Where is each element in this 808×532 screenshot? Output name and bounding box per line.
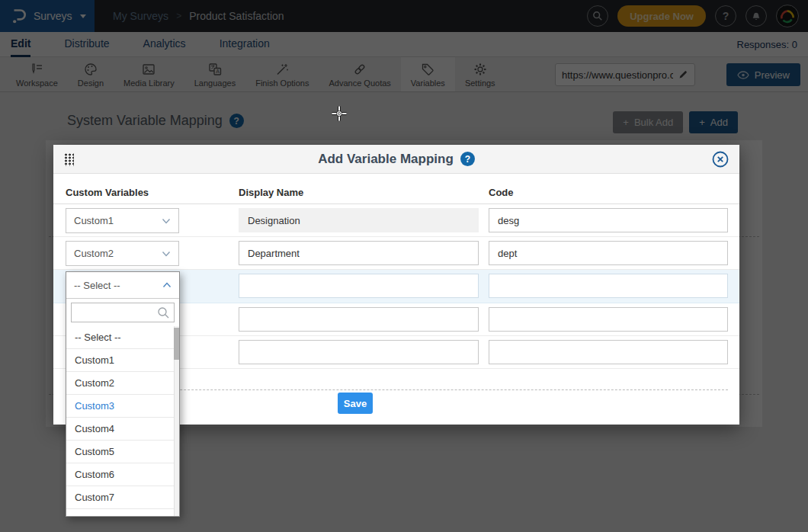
dropdown-scrollbar[interactable]: [174, 326, 179, 516]
mouse-cursor-icon: [331, 105, 348, 122]
modal-header: Add Variable Mapping: [53, 145, 739, 174]
dropdown-search[interactable]: [71, 303, 175, 322]
dropdown-option[interactable]: Custom7: [66, 486, 179, 509]
code-input[interactable]: [489, 208, 728, 232]
display-name-input[interactable]: [239, 340, 479, 364]
display-name-input[interactable]: [239, 208, 479, 232]
modal-help-icon[interactable]: [460, 152, 475, 166]
selected-variable: Custom2: [74, 248, 114, 259]
dropdown-option[interactable]: -- Select --: [66, 326, 179, 349]
dropdown-option[interactable]: Custom5: [66, 441, 179, 463]
dropdown-option-highlighted[interactable]: Custom3: [66, 395, 179, 418]
dropdown-options-list: -- Select -- Custom1 Custom2 Custom3 Cus…: [66, 326, 179, 516]
chevron-down-icon: [162, 251, 171, 257]
custom-variable-dropdown: -- Select -- -- Select -- Custom1 Custom…: [66, 271, 180, 517]
column-header-display-name: Display Name: [239, 187, 303, 198]
code-input[interactable]: [489, 307, 728, 332]
scrollbar-thumb[interactable]: [174, 328, 179, 360]
close-icon[interactable]: [712, 151, 729, 168]
display-name-input[interactable]: [239, 241, 479, 265]
display-name-input[interactable]: [239, 307, 479, 332]
code-input[interactable]: [489, 340, 728, 364]
dropdown-option[interactable]: Custom6: [66, 463, 179, 486]
chevron-down-icon: [162, 218, 171, 224]
column-header-code: Code: [489, 187, 514, 198]
mapping-row: Custom2: [53, 237, 739, 270]
code-input[interactable]: [489, 274, 728, 298]
dropdown-option[interactable]: Custom2: [66, 372, 179, 395]
custom-variable-select[interactable]: Custom1: [66, 208, 179, 233]
chevron-up-icon: [162, 282, 172, 288]
code-input[interactable]: [489, 241, 728, 265]
magnifier-icon: [157, 306, 170, 319]
dropdown-option[interactable]: Custom4: [66, 418, 179, 441]
dropdown-value: -- Select --: [74, 280, 120, 291]
dropdown-trigger[interactable]: -- Select --: [66, 272, 179, 299]
custom-variable-select[interactable]: Custom2: [66, 241, 179, 266]
column-header-custom-variables: Custom Variables: [66, 187, 149, 198]
modal-title: Add Variable Mapping: [318, 152, 454, 167]
selected-variable: Custom1: [74, 215, 114, 226]
mapping-row: Custom1: [53, 204, 739, 237]
display-name-input[interactable]: [239, 274, 479, 298]
dropdown-option[interactable]: Custom1: [66, 349, 179, 372]
drag-handle-icon[interactable]: [64, 153, 74, 166]
save-button[interactable]: Save: [338, 393, 373, 414]
